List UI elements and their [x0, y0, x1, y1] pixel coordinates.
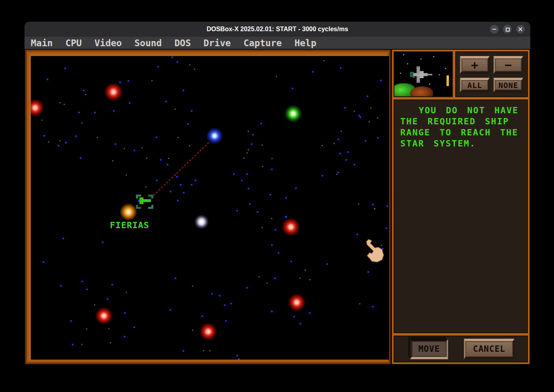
- bg-star-speck: [300, 323, 301, 324]
- bg-star-speck: [276, 76, 277, 77]
- bg-star-speck: [322, 175, 323, 176]
- bg-star-speck: [309, 312, 311, 314]
- bg-star-speck: [225, 320, 227, 322]
- bg-star-speck: [334, 143, 335, 144]
- bg-star-speck: [292, 88, 293, 89]
- message-panel: YOU DO NOT HAVETHE REQUIRED SHIPRANGE TO…: [394, 99, 528, 333]
- selected-fleet-icon[interactable]: [136, 195, 153, 209]
- star-green[interactable]: [285, 105, 302, 122]
- bg-star-speck: [271, 218, 272, 219]
- bg-star-speck: [126, 292, 127, 293]
- star-red[interactable]: [200, 323, 217, 340]
- menu-item-cpu[interactable]: CPU: [65, 38, 82, 48]
- bg-star-speck: [360, 116, 361, 118]
- bg-star-speck: [177, 61, 178, 63]
- bg-star-speck: [192, 330, 193, 331]
- menu-item-dos[interactable]: DOS: [174, 38, 191, 48]
- viewport-star-speck: [407, 63, 408, 64]
- bg-star-speck: [189, 64, 190, 66]
- bg-star-speck: [129, 102, 130, 104]
- star-map[interactable]: FIERIAS: [31, 56, 389, 360]
- maximize-button[interactable]: [503, 25, 512, 34]
- minimize-icon: [490, 25, 499, 34]
- viewport-star-speck: [429, 84, 430, 85]
- bg-star-speck: [269, 194, 271, 195]
- move-button[interactable]: MOVE: [410, 339, 448, 359]
- menu-item-drive[interactable]: Drive: [204, 38, 231, 48]
- bg-star-speck: [248, 149, 249, 150]
- star-orange[interactable]: [120, 203, 137, 221]
- all-button[interactable]: ALL: [460, 78, 490, 92]
- bg-star-speck: [358, 203, 359, 204]
- fleet-count-controls: + − ALL NONE: [455, 51, 528, 97]
- bg-star-speck: [94, 304, 95, 306]
- desktop: DOSBox-X 2025.02.01: START - 3000 cycles…: [0, 0, 554, 392]
- increase-button[interactable]: +: [460, 56, 490, 74]
- dosbox-window: DOSBox-X 2025.02.01: START - 3000 cycles…: [24, 22, 530, 365]
- panel-top-row: + − ALL NONE: [394, 51, 528, 97]
- bg-star-speck: [191, 110, 192, 112]
- star-red[interactable]: [288, 294, 305, 311]
- bg-star-speck: [372, 306, 374, 308]
- title-bar[interactable]: DOSBox-X 2025.02.01: START - 3000 cycles…: [24, 22, 530, 37]
- star-red[interactable]: [31, 99, 44, 116]
- minimize-button[interactable]: [490, 25, 499, 34]
- ship-glyph-icon: [138, 197, 151, 204]
- bg-star-speck: [345, 159, 347, 161]
- bg-star-speck: [156, 137, 157, 138]
- viewport-star-speck: [403, 54, 404, 55]
- close-button[interactable]: [516, 25, 525, 34]
- bg-star-speck: [195, 180, 196, 181]
- bg-star-speck: [177, 137, 179, 138]
- bg-star-speck: [275, 229, 276, 231]
- decrease-button[interactable]: −: [494, 56, 523, 74]
- menu-item-help[interactable]: Help: [294, 38, 316, 48]
- side-panel: + − ALL NONE YOU DO NOT HAVETHE REQUIRED…: [391, 49, 530, 365]
- bg-star-speck: [194, 69, 195, 70]
- bg-star-speck: [64, 68, 66, 69]
- bg-star-speck: [124, 336, 125, 338]
- bg-star-speck: [372, 204, 374, 205]
- bg-star-speck: [107, 298, 108, 300]
- star-red[interactable]: [282, 218, 300, 236]
- bg-star-speck: [189, 145, 190, 146]
- bg-star-speck: [115, 143, 116, 145]
- menu-item-capture[interactable]: Capture: [243, 38, 282, 48]
- bg-star-speck: [344, 107, 346, 109]
- menu-item-main[interactable]: Main: [31, 38, 53, 48]
- bg-star-speck: [266, 283, 268, 284]
- bg-star-speck: [191, 184, 192, 186]
- bg-star-speck: [175, 278, 176, 279]
- bg-star-speck: [58, 145, 59, 146]
- star-red[interactable]: [104, 83, 122, 101]
- menu-item-video[interactable]: Video: [94, 38, 122, 48]
- star-white[interactable]: [194, 215, 209, 229]
- bg-star-speck: [236, 210, 238, 212]
- none-button[interactable]: NONE: [494, 78, 523, 92]
- bg-star-speck: [238, 358, 239, 360]
- action-bar: MOVE CANCEL: [394, 336, 528, 362]
- star-red[interactable]: [95, 307, 113, 324]
- bg-star-speck: [86, 328, 87, 330]
- bg-star-speck: [171, 56, 173, 58]
- bg-star-speck: [128, 80, 129, 82]
- bg-star-speck: [274, 278, 276, 279]
- bg-star-speck: [246, 287, 248, 289]
- bg-star-speck: [47, 79, 48, 80]
- bg-star-speck: [337, 172, 339, 173]
- bg-star-speck: [262, 227, 263, 228]
- menu-item-sound[interactable]: Sound: [134, 38, 162, 48]
- bg-star-speck: [85, 94, 86, 95]
- bg-star-speck: [322, 145, 323, 146]
- bg-star-speck: [203, 350, 204, 351]
- bg-star-speck: [380, 80, 382, 81]
- cancel-button[interactable]: CANCEL: [464, 339, 514, 359]
- bg-star-speck: [377, 137, 379, 139]
- bg-star-speck: [146, 158, 147, 159]
- bg-star-speck: [124, 148, 125, 149]
- bg-star-speck: [347, 151, 349, 153]
- bg-star-speck: [113, 110, 115, 112]
- bg-star-speck: [386, 205, 388, 207]
- bg-star-speck: [62, 238, 64, 239]
- bg-star-speck: [180, 184, 181, 186]
